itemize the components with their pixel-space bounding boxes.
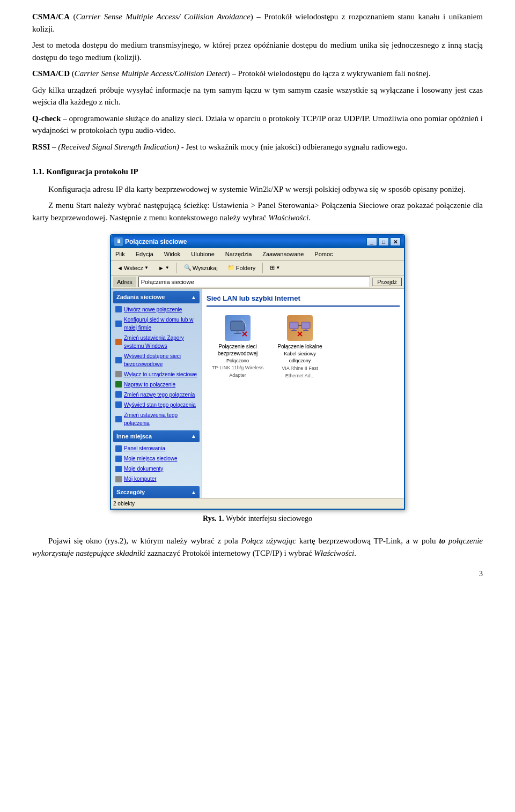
sidebar-item-repair[interactable]: Napraw to połączenie: [113, 379, 200, 390]
sidebar-places-arrow-icon: ▲: [191, 432, 196, 440]
win-controls[interactable]: _ □ ✕: [366, 237, 401, 246]
menu-narzedzia[interactable]: Narzędzia: [223, 249, 254, 259]
svg-rect-6: [293, 329, 295, 330]
search-icon: 🔍: [184, 264, 192, 271]
local-connection-item[interactable]: Połączenie lokalne Kabel sieciowy odłącz…: [273, 315, 327, 379]
sidebar-item-my-docs[interactable]: Moje dokumenty: [113, 464, 200, 474]
sidebar-item-status-label: Wyświetl stan tego połączenia: [124, 401, 196, 409]
win-title-text: Połączenia sieciowe: [125, 237, 187, 247]
sidebar-item-create[interactable]: Utwórz nowe połączenie: [113, 304, 200, 315]
control-panel-icon: [115, 445, 122, 452]
menu-pomoc[interactable]: Pomoc: [312, 249, 335, 259]
minimize-button[interactable]: _: [366, 237, 377, 246]
section-para-3: Pojawi się okno (rys.2), w którym należy…: [32, 535, 483, 559]
my-network-icon: [115, 456, 122, 462]
back-icon: ◄: [117, 265, 123, 271]
wireless-connection-label: Połączenie sieci bezprzewodowej Połączon…: [211, 343, 264, 379]
toolbar-separator: [176, 263, 177, 273]
sidebar-details-label: Szczegóły: [116, 488, 145, 497]
sidebar-places-label: Inne miejsca: [116, 432, 152, 441]
svg-rect-1: [236, 331, 239, 333]
folders-icon: 📁: [227, 264, 235, 271]
sidebar-tasks-arrow-icon: ▲: [191, 293, 196, 301]
sidebar-item-wireless-label: Wyświetl dostępne sieci bezprzewodowe: [124, 352, 197, 368]
wireless-connection-icon: [225, 315, 251, 341]
svg-rect-7: [291, 330, 297, 331]
close-button[interactable]: ✕: [390, 237, 401, 246]
svg-rect-10: [303, 330, 308, 331]
sidebar-item-settings[interactable]: Zmień ustawienia tego połączenia: [113, 410, 200, 428]
figure-caption-desc: Wybór interfejsu sieciowego: [226, 515, 312, 523]
my-computer-icon: [115, 476, 122, 482]
folders-label: Foldery: [236, 265, 256, 271]
sidebar-details-arrow-icon: ▲: [191, 488, 196, 496]
forward-button[interactable]: ► ▼: [154, 263, 173, 273]
section-number: 1.1.: [32, 167, 45, 176]
local-connection-icon: [287, 315, 313, 341]
csma-cd-full: (Carrier Sense Multiple Access/Collision…: [72, 69, 230, 78]
win-menubar: Plik Edycja Widok Ulubione Narzędzia Zaa…: [111, 248, 404, 261]
settings-icon: [115, 416, 122, 422]
csma-cd-term: CSMA/CD: [32, 69, 70, 78]
section-para-1: Konfiguracja adresu IP dla karty bezprze…: [32, 183, 483, 196]
back-button[interactable]: ◄ Wstecz ▼: [113, 263, 152, 273]
menu-ulubione[interactable]: Ulubione: [189, 249, 216, 259]
search-button[interactable]: 🔍 Wyszukaj: [180, 263, 222, 273]
win-titlebar: 🖥 Połączenia sieciowe _ □ ✕: [111, 235, 404, 248]
back-label: Wstecz: [124, 265, 143, 271]
menu-edycja[interactable]: Edycja: [134, 249, 156, 259]
sidebar-header-details[interactable]: Szczegóły ▲: [113, 486, 200, 498]
views-arrow-icon: ▼: [276, 265, 280, 270]
toolbar-separator2: [262, 263, 263, 273]
local-connection-label: Połączenie lokalne Kabel sieciowy odłącz…: [273, 343, 327, 379]
sidebar-header-places[interactable]: Inne miejsca ▲: [113, 430, 200, 443]
go-button[interactable]: Przejdź: [372, 278, 402, 286]
rssi-full: – (Received Signal Strength Indication) …: [52, 143, 407, 151]
svg-rect-0: [231, 321, 245, 331]
sidebar-header-tasks[interactable]: Zadania sieciowe ▲: [113, 291, 200, 303]
qcheck-term: Q-check: [32, 114, 61, 123]
sidebar-item-rename[interactable]: Zmień nazwę tego połączenia: [113, 390, 200, 400]
sidebar-item-firewall[interactable]: Zmień ustawienia Zapory systemu Windows: [113, 333, 200, 351]
firewall-icon: [115, 339, 122, 345]
sidebar-item-repair-label: Napraw to połączenie: [124, 381, 175, 389]
sidebar-item-home-network[interactable]: Konfiguruj sieć w domu lub w małej firmi…: [113, 315, 200, 333]
sidebar-section-details: Szczegóły ▲: [113, 486, 200, 498]
qcheck-desc: – oprogramowanie służące do analizy siec…: [32, 114, 483, 135]
sidebar-item-control-panel[interactable]: Panel sterowania: [113, 443, 200, 453]
csma-ca-term: CSMA/CA: [32, 12, 70, 21]
menu-zaawansowane[interactable]: Zaawansowane: [260, 249, 306, 259]
dialog-icon: 🖥: [114, 237, 123, 246]
win-main-title: Sieć LAN lub szybki Internet: [207, 293, 400, 307]
repair-icon: [115, 381, 122, 388]
menu-plik[interactable]: Plik: [113, 249, 127, 259]
sidebar-item-home-network-label: Konfiguruj sieć w domu lub w małej firmi…: [124, 316, 197, 332]
address-input[interactable]: Połączenia sieciowe: [138, 277, 371, 287]
sidebar-section-places: Inne miejsca ▲ Panel sterowania Moje mie…: [113, 430, 200, 485]
section-para-2: Z menu Start należy wybrać następującą ś…: [32, 199, 483, 224]
folders-button[interactable]: 📁 Foldery: [224, 263, 260, 273]
sidebar-item-my-network[interactable]: Moje miejsca sieciowe: [113, 453, 200, 464]
figure-caption-bold: Rys. 1.: [203, 515, 226, 523]
my-docs-icon: [115, 466, 122, 472]
win-dialog[interactable]: 🖥 Połączenia sieciowe _ □ ✕ Plik Edycja …: [110, 234, 405, 510]
paragraph-csma-cd: CSMA/CD (Carrier Sense Multiple Access/C…: [32, 68, 483, 80]
sidebar-item-wireless-networks[interactable]: Wyświetl dostępne sieci bezprzewodowe: [113, 351, 200, 369]
wireless-connection-item[interactable]: Połączenie sieci bezprzewodowej Połączon…: [211, 315, 264, 379]
views-button[interactable]: ⊞ ▼: [266, 263, 284, 273]
sidebar-tasks-label: Zadania sieciowe: [116, 293, 165, 302]
sidebar-item-my-computer[interactable]: Mój komputer: [113, 474, 200, 484]
back-arrow-icon: ▼: [144, 265, 149, 270]
maximize-button[interactable]: □: [378, 237, 389, 246]
win-main-content: Sieć LAN lub szybki Internet: [202, 289, 404, 498]
wireless-icon: [115, 357, 122, 363]
paragraph-qcheck: Q-check – oprogramowanie służące do anal…: [32, 113, 483, 137]
sidebar-item-my-docs-label: Moje dokumenty: [124, 465, 163, 473]
sidebar-item-status[interactable]: Wyświetl stan tego połączenia: [113, 400, 200, 410]
svg-rect-5: [290, 322, 298, 329]
menu-widok[interactable]: Widok: [162, 249, 183, 259]
page-number: 3: [32, 570, 483, 578]
views-icon: ⊞: [270, 264, 275, 271]
sidebar-item-disable[interactable]: Wyłącz to urządzenie sieciowe: [113, 369, 200, 379]
win-sidebar: Zadania sieciowe ▲ Utwórz nowe połączeni…: [111, 289, 202, 498]
